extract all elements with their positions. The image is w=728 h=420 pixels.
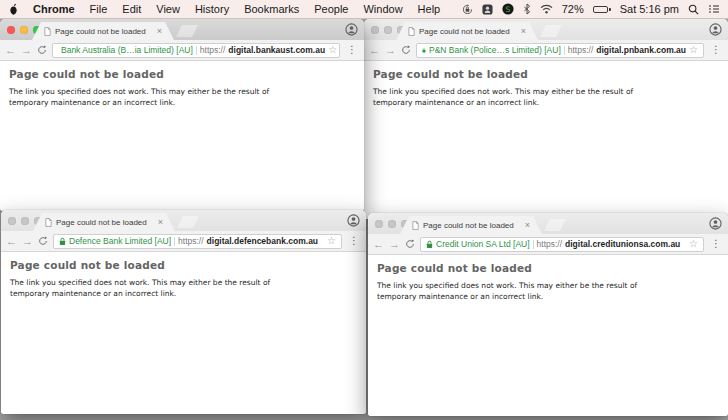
apple-menu-icon[interactable] (8, 3, 19, 16)
error-page: Page could not be loaded The link you sp… (364, 61, 728, 219)
profile-avatar-icon[interactable] (709, 217, 722, 230)
menu-edit[interactable]: Edit (122, 3, 141, 15)
page-favicon-icon (412, 221, 419, 230)
chrome-menu-icon[interactable]: ⋮ (709, 45, 723, 55)
profile-avatar-icon[interactable] (345, 23, 358, 36)
error-body: The link you specified does not work. Th… (9, 86, 271, 109)
close-window-button[interactable] (7, 26, 15, 34)
bluetooth-icon[interactable] (523, 3, 531, 15)
address-bar[interactable]: Bank Australia (B…ia Limited) [AU] https… (52, 43, 340, 58)
contacts-app-icon[interactable] (482, 4, 493, 15)
chrome-menu-icon[interactable]: ⋮ (345, 45, 359, 55)
error-heading: Page could not be loaded (373, 68, 719, 80)
browser-tab[interactable]: Page could not be loaded × (33, 213, 175, 231)
close-tab-icon[interactable]: × (157, 27, 162, 36)
bookmark-star-icon[interactable]: ☆ (689, 239, 698, 249)
close-tab-icon[interactable]: × (158, 218, 163, 227)
tab-title: Page could not be loaded (56, 218, 154, 227)
tab-strip: Page could not be loaded × (1, 210, 366, 231)
back-button[interactable]: ← (373, 239, 384, 250)
secure-lock-icon[interactable] (422, 46, 426, 55)
browser-tab[interactable]: Page could not be loaded × (396, 22, 538, 40)
new-tab-button[interactable] (544, 219, 566, 231)
minimize-window-button[interactable] (384, 26, 392, 34)
menu-view[interactable]: View (156, 3, 180, 15)
menu-bar-clock[interactable]: Sat 5:16 pm (620, 3, 679, 15)
minimize-window-button[interactable] (20, 26, 28, 34)
secure-lock-icon[interactable] (426, 240, 433, 249)
address-bar[interactable]: Defence Bank Limited [AU] https://digita… (53, 234, 342, 249)
url-scheme: https:// (178, 236, 204, 246)
chrome-menu-icon[interactable]: ⋮ (709, 239, 723, 249)
close-tab-icon[interactable]: × (521, 27, 526, 36)
forward-button[interactable]: → (22, 236, 33, 247)
forward-button[interactable]: → (389, 239, 400, 250)
rotation-lock-icon[interactable] (462, 4, 473, 15)
reload-button[interactable] (37, 45, 47, 55)
minimize-window-button[interactable] (388, 220, 396, 228)
url-domain: digital.bankaust.com.au (228, 45, 325, 55)
forward-button[interactable]: → (385, 45, 396, 56)
menu-window[interactable]: Window (363, 3, 402, 15)
bookmark-star-icon[interactable]: ☆ (689, 45, 698, 55)
forward-button[interactable]: → (21, 45, 32, 56)
error-heading: Page could not be loaded (9, 68, 355, 80)
new-tab-button[interactable] (176, 25, 198, 37)
new-tab-button[interactable] (177, 216, 199, 228)
error-page: Page could not be loaded The link you sp… (1, 252, 366, 414)
menu-file[interactable]: File (90, 3, 108, 15)
secure-lock-icon[interactable] (59, 237, 66, 246)
reload-button[interactable] (38, 236, 48, 246)
close-tab-icon[interactable]: × (525, 221, 530, 230)
profile-avatar-icon[interactable] (709, 23, 722, 36)
address-bar[interactable]: P&N Bank (Police…s Limited) [AU] https:/… (416, 43, 704, 58)
ev-cert-name[interactable]: Bank Australia (B…ia Limited) [AU] (61, 45, 193, 55)
menu-help[interactable]: Help (418, 3, 441, 15)
error-heading: Page could not be loaded (377, 262, 719, 274)
back-button[interactable]: ← (369, 45, 380, 56)
error-body: The link you specified does not work. Th… (10, 277, 272, 300)
menu-bar-status-area: S 72% Sat 5:16 pm (462, 3, 720, 15)
page-favicon-icon (408, 27, 415, 36)
back-button[interactable]: ← (6, 236, 17, 247)
close-window-button[interactable] (8, 217, 16, 225)
minimize-window-button[interactable] (21, 217, 29, 225)
close-window-button[interactable] (371, 26, 379, 34)
ev-cert-name[interactable]: Defence Bank Limited [AU] (69, 236, 171, 246)
browser-tab[interactable]: Page could not be loaded × (32, 22, 174, 40)
battery-icon[interactable] (593, 6, 611, 13)
menu-history[interactable]: History (195, 3, 229, 15)
chrome-window-bank-australia: Page could not be loaded × ← → Bank Aust… (0, 19, 364, 211)
new-tab-button[interactable] (540, 25, 562, 37)
url-scheme: https:// (200, 45, 226, 55)
url-domain: digital.pnbank.com.au (596, 45, 686, 55)
error-page: Page could not be loaded The link you sp… (0, 61, 364, 211)
menu-bookmarks[interactable]: Bookmarks (244, 3, 299, 15)
spotlight-search-icon[interactable] (688, 4, 699, 15)
ev-cert-name[interactable]: Credit Union SA Ltd [AU] (436, 239, 530, 249)
battery-percentage: 72% (562, 3, 584, 15)
skype-status-icon[interactable]: S (502, 3, 514, 15)
ev-cert-name[interactable]: P&N Bank (Police…s Limited) [AU] (429, 45, 561, 55)
tab-strip: Page could not be loaded × (364, 19, 728, 40)
bookmark-star-icon[interactable]: ☆ (327, 236, 336, 246)
address-bar[interactable]: Credit Union SA Ltd [AU] https://digital… (420, 237, 704, 252)
tab-strip: Page could not be loaded × (368, 213, 728, 234)
chrome-window-defence-bank: Page could not be loaded × ← → Defence B… (1, 210, 366, 414)
chrome-menu-icon[interactable]: ⋮ (347, 236, 361, 246)
error-body: The link you specified does not work. Th… (373, 86, 635, 109)
close-window-button[interactable] (375, 220, 383, 228)
notification-center-icon[interactable] (708, 4, 720, 14)
active-app-name[interactable]: Chrome (33, 3, 75, 15)
bookmark-star-icon[interactable]: ☆ (328, 45, 337, 55)
wifi-icon[interactable] (540, 4, 553, 14)
profile-avatar-icon[interactable] (347, 214, 360, 227)
error-page: Page could not be loaded The link you sp… (368, 255, 728, 416)
omnibox-divider (564, 46, 565, 55)
reload-button[interactable] (405, 239, 415, 249)
browser-tab[interactable]: Page could not be loaded × (400, 216, 542, 234)
back-button[interactable]: ← (5, 45, 16, 56)
omnibox-divider (533, 240, 534, 249)
reload-button[interactable] (401, 45, 411, 55)
menu-people[interactable]: People (314, 3, 348, 15)
